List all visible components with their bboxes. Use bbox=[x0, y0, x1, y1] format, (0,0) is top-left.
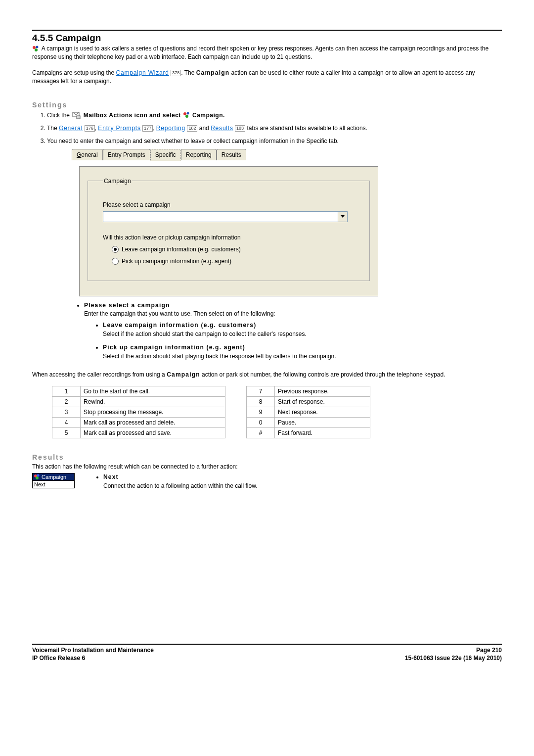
page-ref: 378 bbox=[171, 70, 181, 76]
tab-results[interactable]: Results bbox=[217, 149, 246, 160]
page-ref: 182 bbox=[187, 125, 197, 132]
step-1: Click the Mailbox Actions icon and selec… bbox=[47, 111, 502, 120]
table-row: 1 Go to the start of the call. 7 Previou… bbox=[52, 386, 370, 397]
page-footer: Voicemail Pro Installation and Maintenan… bbox=[32, 644, 502, 662]
campaign-wizard-link[interactable]: Campaign Wizard bbox=[116, 69, 169, 76]
fieldset-legend: Campaign bbox=[103, 177, 132, 186]
svg-point-9 bbox=[37, 474, 40, 477]
section-heading: 4.5.5 Campaign bbox=[32, 33, 502, 44]
list-item: Next Connect the action to a following a… bbox=[103, 473, 258, 490]
page-ref: 177 bbox=[142, 125, 153, 132]
settings-steps: Click the Mailbox Actions icon and selec… bbox=[32, 111, 502, 296]
results-list: Next Connect the action to a following a… bbox=[94, 473, 258, 490]
action-question-label: Will this action leave or pickup campaig… bbox=[103, 233, 355, 242]
results-heading: Results bbox=[32, 453, 502, 461]
campaign-combobox[interactable] bbox=[103, 211, 348, 222]
svg-point-2 bbox=[35, 48, 38, 51]
footer-left: Voicemail Pro Installation and Maintenan… bbox=[32, 647, 154, 662]
intro-paragraph-2: Campaigns are setup using the Campaign W… bbox=[32, 69, 502, 86]
radio-pickup-label: Pick up campaign information (e.g. agent… bbox=[122, 257, 231, 266]
node-result-next: Next bbox=[33, 480, 74, 488]
entry-prompts-link[interactable]: Entry Prompts bbox=[98, 125, 140, 132]
page-ref: 183 bbox=[235, 125, 245, 132]
step-2: The General 176, Entry Prompts 177, Repo… bbox=[47, 124, 502, 133]
radio-dot-icon bbox=[112, 258, 119, 265]
select-campaign-label: Please select a campaign bbox=[103, 200, 355, 209]
list-item: Please select a campaign Enter the campa… bbox=[84, 301, 502, 361]
results-link[interactable]: Results bbox=[211, 125, 233, 132]
radio-leave-label: Leave campaign information (e.g. custome… bbox=[122, 245, 241, 254]
tab-specific[interactable]: Specific bbox=[150, 149, 181, 161]
svg-rect-4 bbox=[77, 116, 80, 119]
footer-right: Page 210 15-601063 Issue 22e (16 May 201… bbox=[405, 647, 502, 662]
reporting-link[interactable]: Reporting bbox=[156, 125, 185, 132]
page-content: 4.5.5 Campaign A campaign is used to ask… bbox=[0, 0, 534, 677]
table-row: 2 Rewind. 8 Start of response. bbox=[52, 397, 370, 407]
campaign-bold: Campaign bbox=[196, 69, 230, 76]
tab-general[interactable]: General bbox=[72, 149, 103, 160]
svg-point-10 bbox=[36, 476, 39, 479]
keypad-table: 1 Go to the start of the call. 7 Previou… bbox=[52, 386, 370, 438]
results-row: Campaign Next Next Connect the action to… bbox=[32, 473, 502, 490]
general-link[interactable]: General bbox=[59, 125, 83, 132]
node-title: Campaign bbox=[42, 474, 66, 480]
radio-leave[interactable]: Leave campaign information (e.g. custome… bbox=[112, 245, 355, 254]
svg-point-0 bbox=[33, 46, 36, 49]
table-row: 3 Stop processing the message. 9 Next re… bbox=[52, 407, 370, 418]
field-descriptions: Please select a campaign Enter the campa… bbox=[32, 301, 502, 361]
radio-dot-icon bbox=[112, 246, 119, 253]
radio-pickup[interactable]: Pick up campaign information (e.g. agent… bbox=[112, 257, 355, 266]
table-row: 4 Mark call as processed and delete. 0 P… bbox=[52, 418, 370, 428]
settings-heading: Settings bbox=[32, 101, 502, 109]
tab-entry-prompts[interactable]: Entry Prompts bbox=[103, 149, 150, 160]
table-row: 5 Mark call as processed and save. # Fas… bbox=[52, 428, 370, 438]
tab-reporting[interactable]: Reporting bbox=[181, 149, 217, 160]
list-item: Leave campaign information (e.g. custome… bbox=[103, 321, 502, 338]
chevron-down-icon[interactable] bbox=[338, 211, 348, 222]
svg-point-1 bbox=[36, 46, 39, 48]
svg-point-7 bbox=[185, 115, 188, 118]
campaign-fieldset: Campaign Please select a campaign Will t… bbox=[88, 177, 370, 281]
svg-point-6 bbox=[186, 112, 189, 115]
list-item: Pick up campaign information (e.g. agent… bbox=[103, 343, 502, 361]
specific-panel: Campaign Please select a campaign Will t… bbox=[79, 166, 378, 296]
campaign-node: Campaign Next bbox=[32, 473, 75, 488]
node-header: Campaign bbox=[33, 473, 74, 480]
page-ref: 176 bbox=[85, 125, 95, 132]
mailbox-actions-icon bbox=[72, 112, 81, 119]
campaign-icon bbox=[32, 46, 40, 52]
rule-top bbox=[32, 30, 502, 31]
step-3: You need to enter the campaign and selec… bbox=[47, 137, 502, 296]
campaign-icon bbox=[34, 474, 41, 480]
intro-text-1: A campaign is used to ask callers a seri… bbox=[32, 45, 489, 60]
campaign-combobox-field[interactable] bbox=[103, 211, 338, 222]
results-intro: This action has the following result whi… bbox=[32, 463, 502, 470]
campaign-icon bbox=[183, 112, 191, 119]
intro-paragraph-1: A campaign is used to ask callers a seri… bbox=[32, 45, 502, 62]
dialog-tabs: General Entry Prompts Specific Reporting… bbox=[72, 148, 502, 160]
keypad-intro: When accessing the caller recordings fro… bbox=[32, 371, 502, 379]
svg-point-5 bbox=[183, 112, 186, 115]
